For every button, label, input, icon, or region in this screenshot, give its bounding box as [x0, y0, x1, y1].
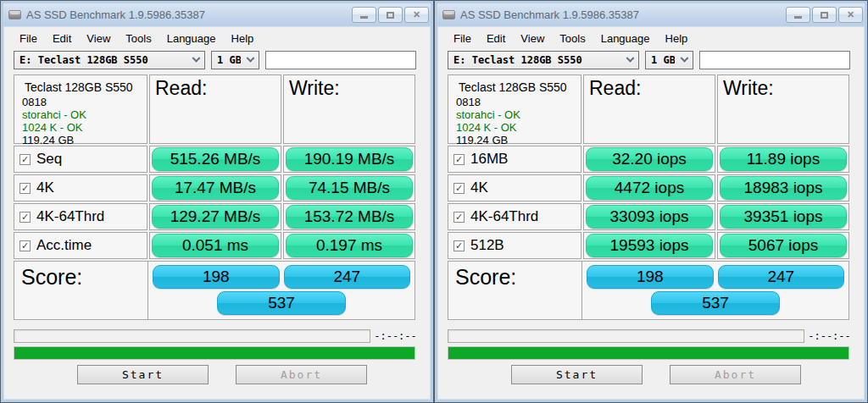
menu-edit[interactable]: Edit — [479, 30, 513, 47]
score-section: Score: 198 247 537 — [14, 261, 415, 320]
progress-row: -:--:-- — [14, 329, 420, 343]
checkbox-4k64[interactable] — [19, 212, 31, 223]
drive-select[interactable]: E: Teclast 128GB S550 — [14, 51, 205, 69]
window-title: AS SSD Benchmark 1.9.5986.35387 — [26, 8, 352, 21]
read-result: 17.47 MB/s — [152, 176, 279, 200]
checkbox-4k64[interactable] — [453, 212, 465, 223]
test-label: Acc.time — [36, 237, 92, 254]
action-buttons: Start Abort — [14, 365, 420, 384]
app-icon — [8, 10, 21, 19]
status-bar-green — [14, 346, 415, 360]
checkbox-512b[interactable] — [453, 240, 465, 251]
write-result: 5067 iops — [720, 234, 847, 257]
checkbox-seq[interactable] — [19, 154, 31, 165]
result-cell: 129.27 MB/s — [149, 203, 281, 230]
row-label-4k: 4K — [14, 174, 147, 202]
app-window-left: AS SSD Benchmark 1.9.5986.35387 ✕ File E… — [0, 0, 434, 403]
chevron-down-icon — [192, 53, 201, 62]
menubar: File Edit View Tools Language Help — [12, 28, 420, 48]
titlebar[interactable]: AS SSD Benchmark 1.9.5986.35387 ✕ — [3, 3, 431, 26]
menu-tools[interactable]: Tools — [118, 30, 159, 47]
read-result: 0.051 ms — [152, 234, 279, 257]
menu-language[interactable]: Language — [593, 30, 658, 47]
compare-field[interactable] — [265, 51, 416, 69]
maximize-button[interactable] — [378, 7, 403, 23]
write-column-header: Write: — [283, 75, 415, 144]
result-cell: 153.72 MB/s — [283, 203, 415, 230]
result-cell: 11.89 iops — [717, 146, 849, 173]
firmware-version: 0818 — [456, 96, 573, 108]
close-button[interactable]: ✕ — [838, 7, 863, 23]
time-remaining: -:--:-- — [370, 330, 420, 342]
chevron-down-icon — [626, 53, 635, 62]
minimize-icon — [360, 16, 368, 19]
menu-file[interactable]: File — [446, 30, 479, 47]
row-label-4k: 4K — [448, 174, 581, 202]
read-result: 32.20 iops — [586, 147, 713, 171]
firmware-version: 0818 — [22, 96, 139, 108]
result-cell: 33093 iops — [583, 203, 715, 230]
drive-capacity: 119.24 GB — [22, 134, 139, 146]
test-size-value: 1 GB — [217, 54, 241, 66]
write-result: 153.72 MB/s — [286, 205, 413, 229]
menu-file[interactable]: File — [12, 30, 45, 47]
result-cell: 39351 iops — [717, 203, 849, 230]
menu-view[interactable]: View — [513, 30, 552, 47]
start-button[interactable]: Start — [77, 365, 209, 384]
drive-name: Teclast 128GB S550 — [456, 80, 573, 96]
test-label: 512B — [470, 237, 504, 254]
checkbox-16mb[interactable] — [453, 154, 465, 165]
checkbox-acctime[interactable] — [19, 240, 31, 251]
result-cell: 515.26 MB/s — [149, 146, 281, 173]
abort-button[interactable]: Abort — [670, 365, 801, 384]
menu-language[interactable]: Language — [159, 30, 224, 47]
checkbox-4k[interactable] — [453, 183, 465, 194]
app-window-right: AS SSD Benchmark 1.9.5986.35387 ✕ File E… — [434, 0, 868, 403]
close-button[interactable]: ✕ — [404, 7, 429, 23]
write-result: 74.15 MB/s — [286, 176, 413, 200]
read-result: 129.27 MB/s — [152, 205, 279, 229]
titlebar[interactable]: AS SSD Benchmark 1.9.5986.35387 ✕ — [437, 3, 865, 26]
drive-select[interactable]: E: Teclast 128GB S550 — [448, 51, 639, 69]
test-label: 4K — [36, 179, 54, 196]
read-score: 198 — [587, 265, 714, 289]
status-bar-green — [448, 346, 849, 360]
minimize-button[interactable] — [352, 7, 376, 23]
test-size-select[interactable]: 1 GB — [211, 51, 259, 69]
menu-tools[interactable]: Tools — [552, 30, 593, 47]
compare-field[interactable] — [699, 51, 850, 69]
menu-view[interactable]: View — [79, 30, 118, 47]
results-table: Teclast 128GB S550 0818 storahci - OK 10… — [448, 75, 849, 259]
menu-help[interactable]: Help — [658, 30, 696, 47]
read-score: 198 — [153, 265, 280, 289]
test-size-select[interactable]: 1 GB — [645, 51, 693, 69]
score-label: Score: — [14, 262, 148, 319]
row-label-4k64: 4K-64Thrd — [448, 203, 581, 230]
total-score: 537 — [217, 291, 346, 315]
drive-capacity: 119.24 GB — [456, 134, 573, 146]
abort-button[interactable]: Abort — [236, 365, 367, 384]
progress-bar — [448, 329, 804, 343]
row-label-acctime: Acc.time — [14, 232, 147, 259]
window-controls: ✕ — [352, 7, 429, 23]
write-result: 190.19 MB/s — [286, 147, 413, 171]
toolbar: E: Teclast 128GB S550 1 GB — [14, 49, 420, 71]
menu-help[interactable]: Help — [224, 30, 262, 47]
menu-edit[interactable]: Edit — [45, 30, 79, 47]
read-column-header: Read: — [583, 75, 715, 144]
client-area: File Edit View Tools Language Help E: Te… — [437, 26, 865, 400]
write-result: 11.89 iops — [720, 147, 847, 171]
drive-select-value: E: Teclast 128GB S550 — [453, 54, 620, 66]
checkbox-4k[interactable] — [19, 183, 31, 194]
action-buttons: Start Abort — [448, 365, 854, 384]
minimize-button[interactable] — [786, 7, 810, 23]
row-label-512b: 512B — [448, 232, 581, 259]
window-controls: ✕ — [786, 7, 863, 23]
minimize-icon — [794, 16, 802, 19]
maximize-button[interactable] — [812, 7, 837, 23]
start-button[interactable]: Start — [511, 365, 643, 384]
result-cell: 190.19 MB/s — [283, 146, 415, 173]
score-section: Score: 198 247 537 — [448, 261, 849, 320]
test-label: 4K-64Thrd — [36, 208, 104, 225]
row-label-seq: Seq — [14, 146, 147, 173]
